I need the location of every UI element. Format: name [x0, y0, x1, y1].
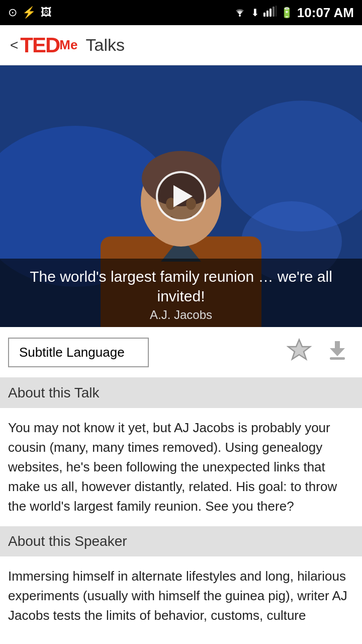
- back-button[interactable]: <: [10, 37, 18, 53]
- status-bar: ⊙ ⚡ 🖼 ⬇ 🔋 10:07 AM: [0, 0, 362, 25]
- usb-icon: ⚡: [22, 6, 36, 19]
- controls-bar: Subtitle Language: [0, 327, 362, 378]
- svg-marker-17: [288, 340, 310, 359]
- favorite-button[interactable]: [283, 333, 316, 371]
- subtitle-language-button[interactable]: Subtitle Language: [8, 338, 149, 367]
- page-title: Talks: [85, 35, 124, 55]
- signal-icon: [263, 6, 277, 20]
- about-speaker-header: About this Speaker: [0, 526, 362, 556]
- charging-icon: ⬇: [251, 7, 259, 19]
- system-icon-1: ⊙: [8, 6, 17, 19]
- video-caption: The world's largest family reunion … we'…: [0, 259, 362, 327]
- svg-rect-5: [276, 6, 277, 17]
- status-right-icons: ⬇ 🔋 10:07 AM: [233, 5, 354, 21]
- svg-marker-18: [330, 341, 345, 356]
- about-talk-content: You may not know it yet, but AJ Jacobs i…: [0, 408, 362, 526]
- svg-rect-3: [269, 9, 272, 17]
- svg-rect-1: [263, 13, 265, 17]
- download-button[interactable]: [321, 333, 354, 371]
- app-logo-me: Me: [59, 37, 77, 53]
- play-button[interactable]: [156, 171, 206, 221]
- video-player[interactable]: The world's largest family reunion … we'…: [0, 65, 362, 327]
- status-left-icons: ⊙ ⚡ 🖼: [8, 6, 52, 19]
- photo-icon: 🖼: [41, 6, 52, 19]
- app-logo-ted: TED: [20, 33, 59, 57]
- play-icon: [173, 185, 193, 207]
- svg-rect-19: [330, 357, 345, 360]
- app-header: < TED Me Talks: [0, 25, 362, 65]
- star-icon: [287, 337, 312, 367]
- wifi-icon: [233, 6, 247, 20]
- video-speaker: A.J. Jacobs: [10, 308, 352, 322]
- svg-rect-2: [266, 11, 268, 17]
- about-talk-header: About this Talk: [0, 378, 362, 408]
- battery-icon: 🔋: [281, 7, 293, 19]
- about-speaker-content: Immersing himself in alternate lifestyle…: [0, 556, 362, 635]
- svg-rect-4: [273, 7, 275, 17]
- video-title: The world's largest family reunion … we'…: [10, 267, 352, 306]
- svg-point-0: [239, 15, 241, 17]
- download-icon: [325, 337, 350, 367]
- status-time: 10:07 AM: [297, 5, 354, 21]
